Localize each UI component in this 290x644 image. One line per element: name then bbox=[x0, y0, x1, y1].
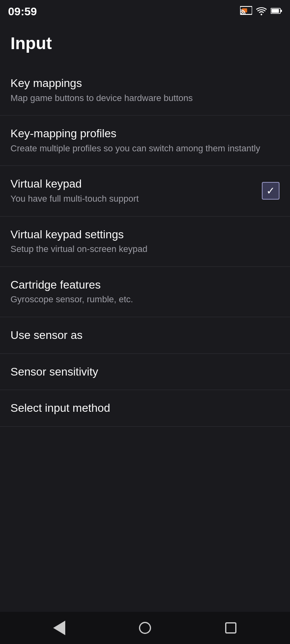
wifi-icon bbox=[256, 6, 267, 17]
cast-icon bbox=[240, 6, 252, 17]
settings-item-content-virtual-keypad-settings: Virtual keypad settingsSetup the virtual… bbox=[10, 228, 280, 255]
settings-item-subtitle-key-mapping-profiles: Create multiple profiles so you can swit… bbox=[10, 143, 280, 155]
checkmark-icon: ✓ bbox=[266, 186, 275, 196]
settings-item-content-cartridge-features: Cartridge featuresGyroscope sensor, rumb… bbox=[10, 278, 280, 305]
settings-item-key-mappings[interactable]: Key mappingsMap game buttons to device h… bbox=[0, 65, 290, 116]
settings-item-subtitle-virtual-keypad-settings: Setup the virtual on-screen keypad bbox=[10, 244, 280, 255]
settings-item-title-virtual-keypad-settings: Virtual keypad settings bbox=[10, 228, 280, 242]
settings-item-subtitle-key-mappings: Map game buttons to device hardware butt… bbox=[10, 93, 280, 104]
content-spacer bbox=[0, 519, 290, 612]
settings-item-content-select-input-method: Select input method bbox=[10, 401, 280, 415]
settings-item-content-sensor-sensitivity: Sensor sensitivity bbox=[10, 365, 280, 379]
status-bar: 09:59 bbox=[0, 0, 290, 22]
nav-back-button[interactable] bbox=[47, 616, 71, 640]
svg-rect-5 bbox=[280, 10, 282, 12]
settings-item-subtitle-cartridge-features: Gyroscope sensor, rumble, etc. bbox=[10, 294, 280, 305]
settings-item-title-sensor-sensitivity: Sensor sensitivity bbox=[10, 365, 280, 379]
settings-item-sensor-sensitivity[interactable]: Sensor sensitivity bbox=[0, 354, 290, 390]
settings-item-content-key-mappings: Key mappingsMap game buttons to device h… bbox=[10, 76, 280, 104]
settings-item-virtual-keypad[interactable]: Virtual keypadYou have full multi-touch … bbox=[0, 166, 290, 216]
svg-rect-4 bbox=[271, 9, 279, 12]
settings-item-select-input-method[interactable]: Select input method bbox=[0, 390, 290, 427]
home-icon bbox=[139, 622, 151, 634]
settings-item-use-sensor-as[interactable]: Use sensor as bbox=[0, 317, 290, 354]
settings-list: Key mappingsMap game buttons to device h… bbox=[0, 65, 290, 519]
settings-item-title-key-mappings: Key mappings bbox=[10, 76, 280, 90]
bottom-nav bbox=[0, 612, 290, 644]
recent-icon bbox=[225, 622, 236, 634]
svg-point-2 bbox=[261, 14, 262, 15]
page-title: Input bbox=[0, 22, 290, 65]
settings-item-content-use-sensor-as: Use sensor as bbox=[10, 328, 280, 342]
nav-recent-button[interactable] bbox=[219, 616, 243, 640]
settings-item-title-cartridge-features: Cartridge features bbox=[10, 278, 280, 292]
settings-item-content-virtual-keypad: Virtual keypadYou have full multi-touch … bbox=[10, 177, 255, 204]
settings-item-title-key-mapping-profiles: Key-mapping profiles bbox=[10, 127, 280, 140]
settings-item-content-key-mapping-profiles: Key-mapping profilesCreate multiple prof… bbox=[10, 127, 280, 154]
settings-item-key-mapping-profiles[interactable]: Key-mapping profilesCreate multiple prof… bbox=[0, 116, 290, 166]
checkbox-virtual-keypad[interactable]: ✓ bbox=[262, 182, 280, 200]
settings-item-virtual-keypad-settings[interactable]: Virtual keypad settingsSetup the virtual… bbox=[0, 217, 290, 267]
settings-item-subtitle-virtual-keypad: You have full multi-touch support bbox=[10, 193, 255, 205]
status-icons bbox=[240, 6, 282, 17]
settings-item-title-use-sensor-as: Use sensor as bbox=[10, 328, 280, 342]
nav-home-button[interactable] bbox=[133, 616, 157, 640]
back-icon bbox=[53, 621, 65, 635]
settings-item-title-select-input-method: Select input method bbox=[10, 401, 280, 415]
status-time: 09:59 bbox=[8, 5, 37, 18]
settings-item-cartridge-features[interactable]: Cartridge featuresGyroscope sensor, rumb… bbox=[0, 267, 290, 317]
battery-icon bbox=[271, 7, 282, 16]
settings-item-title-virtual-keypad: Virtual keypad bbox=[10, 177, 255, 191]
